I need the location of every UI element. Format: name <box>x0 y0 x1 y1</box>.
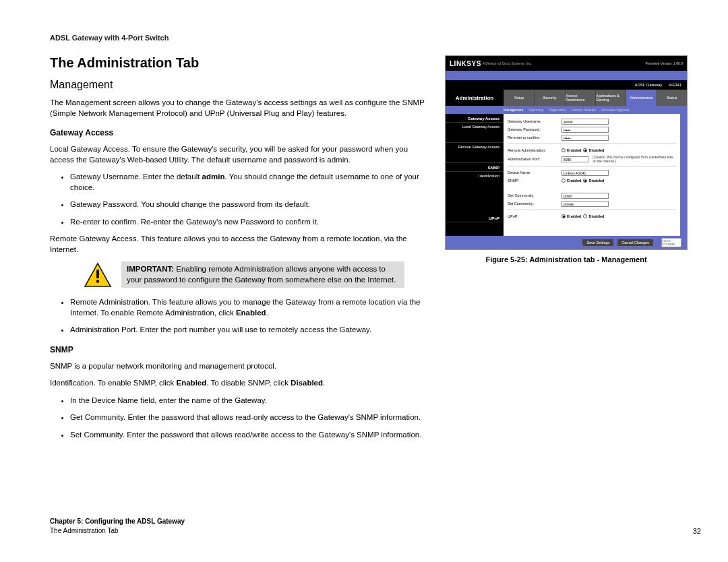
shot-sidebar: Gateway Access Local Gateway Access Remo… <box>446 114 504 236</box>
heading-gateway-access: Gateway Access <box>50 128 426 137</box>
shot-admin-label: Administration <box>446 90 504 106</box>
input-device[interactable]: Linksys AG041 <box>562 170 609 176</box>
warning-icon <box>84 262 112 288</box>
input-user[interactable]: admin <box>562 119 609 125</box>
main-area: The Administration Tab Management The Ma… <box>50 55 688 447</box>
radio-upnp-enabled[interactable] <box>562 214 566 218</box>
li-remote-bold: Enabled <box>236 309 266 317</box>
lbl-user: Gateway Username: <box>508 119 562 123</box>
shot-topbar: LINKSYS A Division of Cisco Systems, Inc… <box>446 56 687 71</box>
input-set[interactable]: private <box>562 201 609 207</box>
shot-tab-apps[interactable]: Applications & Gaming <box>595 90 626 106</box>
shot-tab-admin[interactable]: Administration <box>626 90 656 106</box>
ident-a: Identification. To enable SNMP, click <box>50 379 177 387</box>
svg-rect-1 <box>96 270 99 278</box>
page-footer: Chapter 5: Configuring the ADSL Gateway … <box>50 517 701 535</box>
lbl-reenter: Re-enter to confirm: <box>508 135 562 139</box>
figure-column: LINKSYS A Division of Cisco Systems, Inc… <box>445 55 688 447</box>
side-snmp: SNMP <box>446 163 504 172</box>
radio-snmp-enabled[interactable] <box>562 179 566 183</box>
shot-bar <box>446 71 687 80</box>
lbl-pass: Gateway Password: <box>508 127 562 131</box>
doc-header: ADSL Gateway with 4-Port Switch <box>50 34 688 42</box>
shot-subtab-factory[interactable]: Factory Defaults <box>572 108 596 112</box>
shot-form: Gateway Username:admin Gateway Password:… <box>504 114 680 236</box>
heading-snmp: SNMP <box>50 345 426 354</box>
li-username-bold: admin <box>202 173 225 181</box>
important-bold: IMPORTANT: <box>127 265 174 273</box>
cancel-changes-button[interactable]: Cancel Changes <box>617 239 653 246</box>
snmp-intro: SNMP is a popular network monitoring and… <box>50 361 426 372</box>
shot-subtab-report[interactable]: Reporting <box>528 108 543 112</box>
ident-disabled: Disabled <box>291 379 323 387</box>
save-settings-button[interactable]: Save Settings <box>582 239 613 246</box>
input-reenter[interactable]: •••••• <box>562 135 609 141</box>
li-admin-port: Administration Port. Enter the port numb… <box>70 325 426 336</box>
cisco-logo: CISCO SYSTEMS <box>661 238 681 247</box>
shot-tabs-row: Administration Setup Security Access Res… <box>446 90 687 106</box>
ident-mid: . To disable SNMP, click <box>206 379 291 387</box>
li-password: Gateway Password. You should change the … <box>70 199 426 210</box>
remote-access-text: Remote Gateway Access. This feature allo… <box>50 234 426 255</box>
important-text: IMPORTANT: Enabling remote Administratio… <box>121 261 404 288</box>
lbl-device: Device Name: <box>508 170 562 175</box>
txt-disabled2: Disabled <box>588 179 604 183</box>
document-page: ADSL Gateway with 4-Port Switch The Admi… <box>0 0 728 562</box>
lbl-snmp: SNMP: <box>508 179 562 183</box>
input-pass[interactable]: •••••• <box>562 127 609 133</box>
shot-body: Gateway Access Local Gateway Access Remo… <box>446 114 687 236</box>
shot-subtabs: Management Reporting Diagnostics Factory… <box>446 106 687 114</box>
shot-subtab-fw[interactable]: Firmware Upgrade <box>601 108 629 112</box>
side-gateway-access: Gateway Access <box>446 114 504 123</box>
shot-tab-security[interactable]: Security <box>534 90 564 106</box>
lbl-upnp: UPnP: <box>508 214 562 218</box>
shot-tab-status[interactable]: Status <box>657 90 687 106</box>
shot-fw: Firmware Version: 1.00.0 <box>645 61 683 65</box>
remote-list: Remote Administration. This feature allo… <box>50 297 426 336</box>
text-column: The Administration Tab Management The Ma… <box>50 55 426 447</box>
input-get[interactable]: public <box>562 193 609 199</box>
important-callout: IMPORTANT: Enabling remote Administratio… <box>84 261 426 288</box>
remote-note: (Caution, this can be configured from so… <box>593 155 673 163</box>
shot-model-num: AG041 <box>669 83 681 87</box>
radio-snmp-disabled[interactable] <box>583 179 587 183</box>
lbl-set: Set Community: <box>508 201 562 206</box>
side-upnp: UPnP <box>446 214 504 222</box>
txt-disabled: Disabled <box>588 148 604 152</box>
li-username-a: Gateway Username. Enter the default <box>70 173 202 181</box>
shot-tab-setup[interactable]: Setup <box>504 90 534 106</box>
radio-upnp-disabled[interactable] <box>583 214 587 218</box>
li-remote-admin: Remote Administration. This feature allo… <box>70 297 426 318</box>
radio-remote-enabled[interactable] <box>562 148 566 152</box>
section-management: Management <box>50 79 426 91</box>
li-remote-b: . <box>266 309 268 317</box>
lbl-get: Get Community: <box>508 193 562 197</box>
ident-end: . <box>323 379 325 387</box>
ident-enabled: Enabled <box>177 379 207 387</box>
txt-enabled3: Enabled <box>567 214 581 218</box>
footer-left: Chapter 5: Configuring the ADSL Gateway … <box>50 517 185 535</box>
footer-chapter: Chapter 5: Configuring the ADSL Gateway <box>50 517 185 526</box>
shot-tab-access[interactable]: Access Restrictions <box>565 90 595 106</box>
li-reenter: Re-enter to confirm. Re-enter the Gatewa… <box>70 217 426 228</box>
li-get-community: Get Community. Enter the password that a… <box>70 412 426 423</box>
snmp-list: In the Device Name field, enter the name… <box>50 396 426 441</box>
mgmt-intro: The Management screen allows you to chan… <box>50 98 426 119</box>
shot-footer: Save Settings Cancel Changes CISCO SYSTE… <box>446 236 687 249</box>
li-username: Gateway Username. Enter the default admi… <box>70 172 426 193</box>
shot-subtab-mgmt[interactable]: Management <box>504 108 523 112</box>
screenshot-thumbnail: LINKSYS A Division of Cisco Systems, Inc… <box>445 55 688 250</box>
txt-enabled2: Enabled <box>567 179 581 183</box>
input-port[interactable]: 8080 <box>562 156 588 162</box>
local-access-text: Local Gateway Access. To ensure the Gate… <box>50 144 426 165</box>
shot-model-line: ADSL Gateway <box>635 83 663 87</box>
radio-remote-disabled[interactable] <box>583 148 587 152</box>
shot-subtab-diag[interactable]: Diagnostics <box>549 108 566 112</box>
gateway-access-list: Gateway Username. Enter the default admi… <box>50 172 426 227</box>
footer-subtitle: The Administration Tab <box>50 526 185 536</box>
shot-right-strip <box>680 114 687 236</box>
shot-model-bar: ADSL Gateway AG041 <box>446 80 687 90</box>
page-number: 32 <box>693 527 701 535</box>
lbl-remote: Remote Administration: <box>508 148 562 152</box>
txt-enabled: Enabled <box>567 148 581 152</box>
